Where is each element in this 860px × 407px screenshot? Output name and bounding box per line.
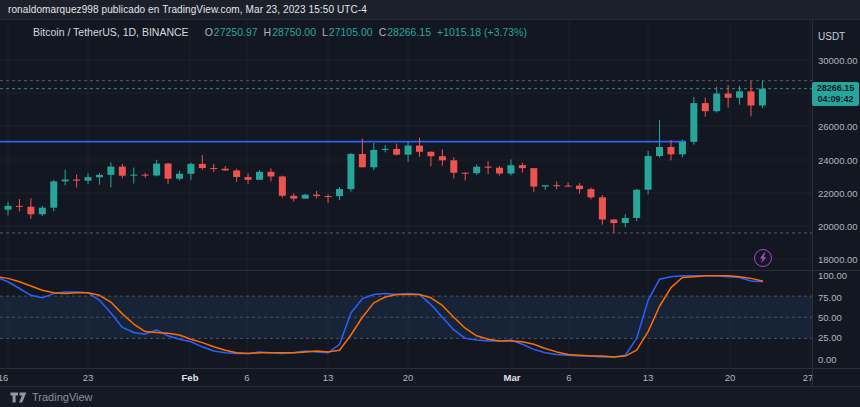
- change-value: +1015.18 (+3.73%): [437, 26, 527, 38]
- time-axis-label: 13: [643, 372, 654, 383]
- candle: [359, 154, 366, 167]
- time-axis-label: 16: [0, 372, 8, 383]
- candle: [439, 156, 446, 160]
- candle: [313, 195, 320, 196]
- tradingview-logo-text[interactable]: TradingView: [32, 391, 93, 403]
- candle: [256, 172, 263, 180]
- candle: [222, 169, 229, 171]
- ohlc-low-value: 27105.00: [329, 26, 373, 38]
- candle: [690, 103, 697, 142]
- candle: [450, 160, 457, 172]
- quote-currency-label: USDT: [818, 31, 845, 42]
- candle: [713, 94, 720, 112]
- candle: [542, 185, 549, 186]
- last-price-label: 28266.15 04:09:42: [812, 82, 859, 106]
- candle: [587, 189, 594, 197]
- candle: [347, 154, 354, 189]
- time-axis-label: 6: [566, 372, 571, 383]
- candle: [187, 164, 194, 174]
- candle: [667, 147, 674, 154]
- candle: [496, 168, 503, 174]
- candle: [176, 174, 183, 179]
- candle: [336, 189, 343, 196]
- time-axis-label: 23: [83, 372, 94, 383]
- candle: [393, 149, 400, 155]
- candle: [702, 103, 709, 111]
- price-axis-label: 26000.00: [818, 121, 858, 132]
- time-axis-label: 6: [244, 372, 249, 383]
- candle: [645, 156, 652, 190]
- candle: [267, 172, 274, 177]
- candle: [279, 176, 286, 195]
- candle: [199, 164, 206, 168]
- candle: [633, 190, 640, 218]
- candle: [736, 91, 743, 97]
- candle: [599, 197, 606, 219]
- bar-countdown: 04:09:42: [812, 94, 859, 105]
- price-axis-label: 24000.00: [818, 155, 858, 166]
- candle: [153, 164, 160, 176]
- candle: [759, 89, 766, 106]
- candle: [245, 177, 252, 180]
- published-chart-page: ronaldomarquez998 publicado en TradingVi…: [0, 0, 860, 407]
- candle: [530, 168, 537, 186]
- candle: [656, 147, 663, 156]
- candle: [519, 165, 526, 168]
- price-axis-label: 0.00: [818, 354, 837, 365]
- candle: [405, 146, 412, 155]
- time-axis-label: Mar: [504, 372, 521, 383]
- candle: [39, 208, 46, 215]
- candle: [50, 181, 57, 207]
- time-axis-label: 13: [323, 372, 334, 383]
- candle: [27, 207, 34, 215]
- candle: [416, 146, 423, 152]
- candle: [553, 185, 560, 186]
- price-axis-label: 50.00: [818, 312, 842, 323]
- candle: [473, 167, 480, 174]
- candle: [485, 167, 492, 168]
- ohlc-high-letter: H: [264, 26, 272, 38]
- ohlc-low-letter: L: [322, 26, 328, 38]
- candle: [382, 149, 389, 150]
- candle: [233, 170, 240, 177]
- candle: [576, 186, 583, 190]
- price-scale-separator: [812, 20, 813, 386]
- price-axis-label: 75.00: [818, 292, 842, 303]
- candle: [16, 206, 23, 207]
- pane-separator[interactable]: [0, 270, 860, 271]
- candle: [325, 196, 332, 197]
- candle: [302, 195, 309, 199]
- time-axis-label: Feb: [182, 372, 199, 383]
- price-axis-label: 22000.00: [818, 188, 858, 199]
- candle: [142, 175, 149, 176]
- candle: [119, 167, 126, 176]
- candle: [73, 180, 80, 181]
- candle: [165, 164, 172, 179]
- candle: [747, 91, 754, 105]
- ohlc-close-letter: C: [379, 26, 387, 38]
- candle: [290, 196, 297, 199]
- tradingview-logo-icon[interactable]: [10, 392, 27, 403]
- symbol-legend: Bitcoin / TetherUS, 1D, BINANCE O 27250.…: [33, 25, 527, 39]
- price-axis-label: 20000.00: [818, 221, 858, 232]
- candle: [370, 150, 377, 167]
- lightning-icon[interactable]: [754, 249, 772, 267]
- candle: [725, 94, 732, 98]
- ohlc-open-value: 27250.97: [214, 26, 258, 38]
- last-price-value: 28266.15: [812, 83, 859, 94]
- candle: [85, 177, 92, 180]
- candle: [427, 152, 434, 156]
- ohlc-open-letter: O: [205, 26, 213, 38]
- time-axis-label: 20: [725, 372, 736, 383]
- candle: [210, 168, 217, 169]
- chart-canvas[interactable]: [0, 0, 860, 407]
- price-axis-label: 100.00: [818, 270, 847, 281]
- candle: [5, 206, 12, 210]
- candle: [622, 218, 629, 223]
- ohlc-close-value: 28266.15: [387, 26, 431, 38]
- candle: [130, 175, 137, 176]
- time-axis-label: 20: [403, 372, 414, 383]
- candle: [565, 186, 572, 187]
- time-scale-separator: [0, 368, 860, 369]
- footer: TradingView: [0, 386, 860, 407]
